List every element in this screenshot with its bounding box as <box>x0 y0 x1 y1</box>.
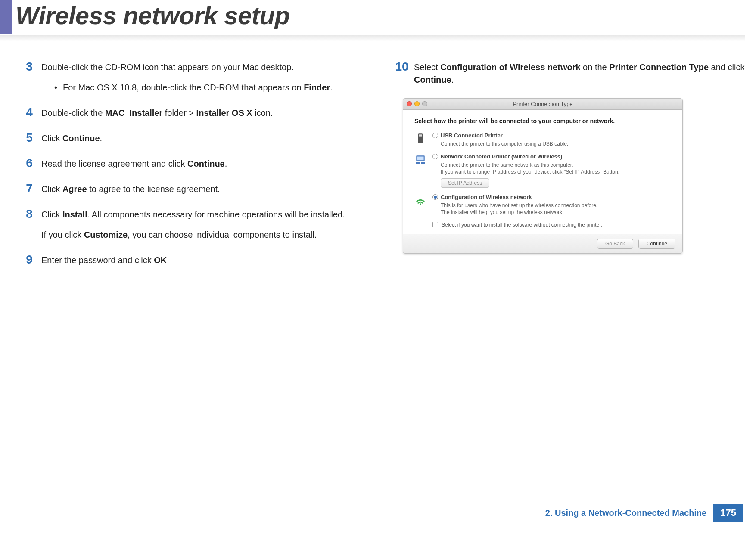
step-body: Double-click the MAC_Installer folder > … <box>41 106 273 119</box>
column-right: 10Select Configuration of Wireless netwo… <box>390 60 750 279</box>
step-number: 5 <box>17 131 41 145</box>
step-6: 6Read the license agreement and click Co… <box>17 157 377 170</box>
chapter-label: 2. Using a Network-Connected Machine <box>545 508 707 518</box>
step-8: 8Click Install. All components necessary… <box>17 208 377 241</box>
step-4: 4Double-click the MAC_Installer folder >… <box>17 106 377 119</box>
step-body: Click Install. All components necessary … <box>41 208 345 241</box>
step-body: Click Continue. <box>41 131 102 145</box>
go-back-button[interactable]: Go Back <box>597 239 633 249</box>
option-label[interactable]: USB Connected Printer <box>432 132 671 139</box>
step-10: 10Select Configuration of Wireless netwo… <box>390 60 750 86</box>
dialog-body: Select how the printer will be connected… <box>403 110 682 234</box>
step-body: Double-click the CD-ROM icon that appear… <box>41 60 333 94</box>
traffic-lights <box>407 101 427 106</box>
dialog-footer: Go BackContinue <box>403 234 682 253</box>
wifi-icon <box>414 194 426 206</box>
radio-wifi[interactable] <box>432 194 438 200</box>
radio-usb[interactable] <box>432 133 438 138</box>
page-number: 175 <box>713 504 743 522</box>
content-columns: 3Double-click the CD-ROM icon that appea… <box>17 60 750 279</box>
side-accent <box>0 0 12 34</box>
column-left: 3Double-click the CD-ROM icon that appea… <box>17 60 377 279</box>
step-body: Select Configuration of Wireless network… <box>414 60 750 86</box>
printer-connection-dialog: Printer Connection TypeSelect how the pr… <box>403 98 683 254</box>
continue-button[interactable]: Continue <box>638 239 675 249</box>
install-without-printer-checkbox[interactable] <box>432 222 438 227</box>
step-number: 6 <box>17 157 41 170</box>
dialog-titlebar: Printer Connection Type <box>403 99 682 110</box>
option-label[interactable]: Network Conneted Printer (Wired or Wirel… <box>432 153 671 160</box>
step-para: If you click Customize, you can choose i… <box>41 229 345 241</box>
svg-rect-1 <box>419 134 422 136</box>
option-label[interactable]: Configuration of Wireless network <box>432 194 671 200</box>
svg-rect-3 <box>417 157 423 161</box>
option-text: Configuration of Wireless network <box>441 194 532 200</box>
step-9: 9Enter the password and click OK. <box>17 253 377 267</box>
option-usb: USB Connected PrinterConnect the printer… <box>414 132 671 147</box>
dialog-title: Printer Connection Type <box>513 101 572 107</box>
step-number: 10 <box>390 60 414 74</box>
title-rule <box>0 35 745 41</box>
net-icon <box>414 153 426 165</box>
option-desc: This is for users who have not set up th… <box>441 202 671 216</box>
step-body: Click Agree to agree to the license agre… <box>41 182 220 196</box>
checkbox-label: Select if you want to install the softwa… <box>442 222 602 228</box>
step-body: Enter the password and click OK. <box>41 253 169 267</box>
page-footer: 2. Using a Network-Connected Machine 175 <box>545 504 743 522</box>
option-wifi: Configuration of Wireless networkThis is… <box>414 194 671 216</box>
radio-net[interactable] <box>432 154 438 159</box>
option-text: Network Conneted Printer (Wired or Wirel… <box>441 153 562 160</box>
step-3: 3Double-click the CD-ROM icon that appea… <box>17 60 377 94</box>
step-number: 8 <box>17 208 41 221</box>
option-desc: Connect the printer to the same network … <box>441 161 671 175</box>
step-7: 7Click Agree to agree to the license agr… <box>17 182 377 196</box>
step-number: 4 <box>17 106 41 119</box>
set-ip-button[interactable]: Set IP Address <box>441 178 489 188</box>
close-icon[interactable] <box>407 101 412 106</box>
step-5: 5Click Continue. <box>17 131 377 145</box>
svg-rect-5 <box>421 162 425 164</box>
option-desc: Connect the printer to this computer usi… <box>441 140 671 147</box>
checkbox-row[interactable]: Select if you want to install the softwa… <box>432 222 671 228</box>
step-number: 9 <box>17 253 41 267</box>
usb-icon <box>414 132 426 144</box>
step-body: Read the license agreement and click Con… <box>41 157 227 170</box>
option-net: Network Conneted Printer (Wired or Wirel… <box>414 153 671 187</box>
option-text: USB Connected Printer <box>441 132 503 139</box>
page-title: Wireless network setup <box>16 1 289 30</box>
step-sub: For Mac OS X 10.8, double-click the CD-R… <box>54 81 333 94</box>
svg-rect-4 <box>416 162 420 164</box>
step-number: 7 <box>17 182 41 196</box>
minimize-icon[interactable] <box>414 101 420 106</box>
svg-point-6 <box>420 203 421 205</box>
step-number: 3 <box>17 60 41 74</box>
zoom-icon[interactable] <box>422 101 427 106</box>
dialog-heading: Select how the printer will be connected… <box>414 118 671 124</box>
